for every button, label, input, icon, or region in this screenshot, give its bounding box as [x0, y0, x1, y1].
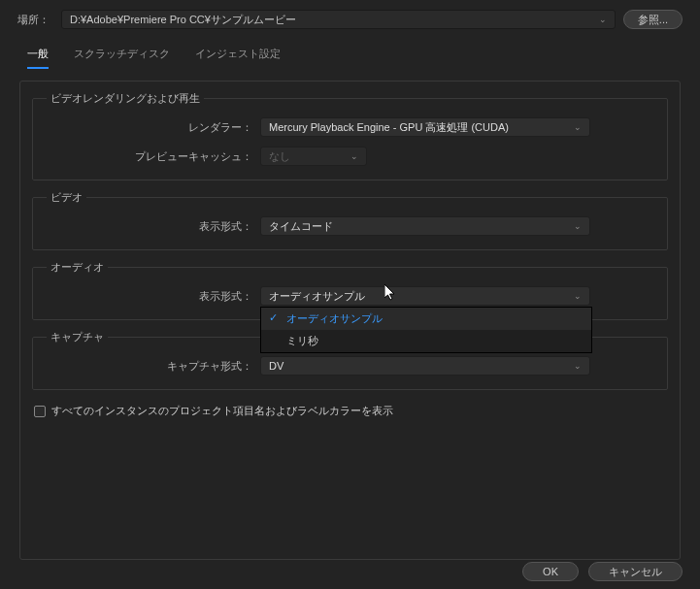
location-path-text: D:¥Adobe¥Premiere Pro CC¥サンプルムービー: [70, 13, 296, 27]
location-path-select[interactable]: D:¥Adobe¥Premiere Pro CC¥サンプルムービー ⌄: [61, 10, 616, 29]
tab-scratch-disks[interactable]: スクラッチディスク: [74, 43, 170, 69]
audio-legend: オーディオ: [47, 260, 108, 275]
video-display-select[interactable]: タイムコード ⌄: [260, 216, 590, 236]
ok-button[interactable]: OK: [522, 562, 579, 581]
location-row: 場所： D:¥Adobe¥Premiere Pro CC¥サンプルムービー ⌄ …: [0, 0, 700, 37]
preview-cache-label: プレビューキャッシュ：: [47, 149, 260, 164]
audio-display-dropdown: ✓ オーディオサンプル ミリ秒: [260, 307, 592, 353]
audio-display-label: 表示形式：: [47, 289, 260, 304]
renderer-select[interactable]: Mercury Playback Engine - GPU 高速処理 (CUDA…: [260, 117, 590, 137]
capture-format-label: キャプチャ形式：: [47, 359, 260, 374]
chevron-down-icon: ⌄: [574, 291, 582, 301]
chevron-down-icon: ⌄: [574, 122, 582, 132]
show-instance-labels-row[interactable]: すべてのインスタンスのプロジェクト項目名およびラベルカラーを表示: [32, 400, 668, 422]
tab-general[interactable]: 一般: [27, 43, 49, 69]
video-rendering-section: ビデオレンダリングおよび再生 レンダラー： Mercury Playback E…: [32, 91, 668, 180]
chevron-down-icon: ⌄: [574, 361, 582, 371]
capture-format-select[interactable]: DV ⌄: [260, 356, 590, 376]
chevron-down-icon: ⌄: [350, 151, 358, 161]
renderer-label: レンダラー：: [47, 120, 260, 135]
browse-button[interactable]: 参照...: [623, 10, 683, 29]
cancel-button[interactable]: キャンセル: [588, 562, 683, 581]
dropdown-option-label: オーディオサンプル: [286, 312, 383, 324]
video-section: ビデオ 表示形式： タイムコード ⌄: [32, 190, 668, 250]
dropdown-option-label: ミリ秒: [286, 335, 318, 346]
preview-cache-select: なし ⌄: [260, 147, 367, 166]
tab-ingest-settings[interactable]: インジェスト設定: [195, 43, 281, 69]
video-display-label: 表示形式：: [47, 219, 260, 234]
video-rendering-legend: ビデオレンダリングおよび再生: [47, 91, 204, 106]
capture-legend: キャプチャ: [47, 330, 108, 344]
capture-format-value: DV: [269, 360, 283, 372]
renderer-value: Mercury Playback Engine - GPU 高速処理 (CUDA…: [269, 120, 509, 135]
audio-display-value: オーディオサンプル: [269, 289, 365, 304]
settings-panel: ビデオレンダリングおよび再生 レンダラー： Mercury Playback E…: [19, 81, 681, 560]
video-display-value: タイムコード: [269, 219, 333, 234]
chevron-down-icon: ⌄: [574, 221, 582, 231]
chevron-down-icon: ⌄: [599, 15, 607, 24]
audio-section: オーディオ 表示形式： オーディオサンプル ⌄ ✓ オーディオサンプル ミリ秒: [32, 260, 668, 320]
show-instance-labels-text: すべてのインスタンスのプロジェクト項目名およびラベルカラーを表示: [51, 404, 393, 418]
check-icon: ✓: [269, 311, 278, 324]
dropdown-option-milliseconds[interactable]: ミリ秒: [261, 330, 591, 352]
tabs: 一般 スクラッチディスク インジェスト設定: [0, 43, 700, 69]
show-instance-labels-checkbox[interactable]: [34, 406, 46, 417]
audio-display-select[interactable]: オーディオサンプル ⌄ ✓ オーディオサンプル ミリ秒: [260, 286, 590, 306]
dialog-footer: OK キャンセル: [522, 562, 683, 581]
video-legend: ビデオ: [47, 190, 86, 205]
preview-cache-value: なし: [269, 149, 290, 164]
dropdown-option-audio-samples[interactable]: ✓ オーディオサンプル: [261, 308, 591, 330]
location-label: 場所：: [17, 13, 50, 27]
